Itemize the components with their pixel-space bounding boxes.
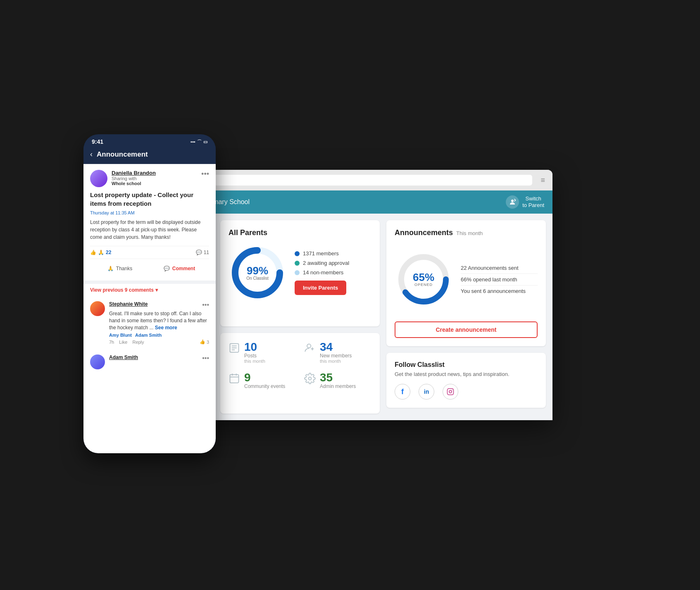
instagram-icon[interactable] — [443, 384, 458, 400]
announcements-percent: 65% — [413, 272, 434, 283]
post-more-button[interactable]: ••• — [201, 170, 209, 178]
stat-awaiting: 2 awaiting approval — [295, 260, 371, 266]
phone-header-title: Announcement — [97, 150, 148, 159]
right-column: Announcements This month 65% — [386, 220, 546, 414]
post-sharing: Sharing with — [112, 176, 197, 181]
comment-bubble-icon: 💬 — [196, 250, 202, 255]
phone-time: 9:41 — [92, 138, 103, 145]
comment-body: Stephanie White ••• Great. I'll make sur… — [109, 301, 209, 345]
announcements-card: Announcements This month 65% — [386, 220, 546, 346]
thumbs-up-icon: 👍 — [200, 339, 205, 345]
next-commenter: Adam Smith ••• — [83, 350, 216, 374]
stat-new-members-info: 34 New members this month — [320, 341, 352, 364]
ann-stat-1: 22 Announcements sent — [461, 262, 538, 274]
chevron-down-icon: ▾ — [155, 287, 158, 293]
new-members-number: 34 — [320, 341, 352, 353]
post-sharing-who: Whole school — [112, 181, 197, 186]
post-body: Lost property for the term will be displ… — [90, 219, 209, 241]
svg-point-0 — [511, 200, 514, 202]
comment-button[interactable]: 💬 Comment — [150, 262, 209, 275]
browser-menu-icon[interactable]: ≡ — [540, 176, 546, 185]
create-announcement-button[interactable]: Create announcement — [395, 321, 538, 338]
post-actions: 🙏 Thanks 💬 Comment — [90, 262, 209, 275]
svg-rect-15 — [230, 374, 239, 383]
comment-username[interactable]: Stephanie White — [109, 301, 148, 307]
view-comments-label: View previous 9 comments — [90, 287, 154, 293]
parents-on-classlist: On Classlist — [246, 276, 268, 281]
phone-header: ‹ Announcement — [83, 147, 216, 164]
next-commenter-avatar — [90, 354, 105, 369]
ann-stat-3: You sent 6 announcements — [461, 285, 538, 297]
thumbs-up-emoji: 👍 — [90, 250, 96, 255]
posts-label: Posts — [244, 353, 265, 359]
announcements-content: 65% OPENED 22 Announcements sent 66% ope… — [395, 250, 538, 308]
parents-percent: 99% — [246, 265, 268, 276]
follow-classlist-desc: Get the latest product news, tips and in… — [395, 371, 538, 377]
community-events-icon — [229, 373, 240, 387]
phone-status-icons: ▪▪▪ ⌒ ▭ — [190, 139, 207, 145]
phone-back-button[interactable]: ‹ — [90, 150, 93, 159]
switch-to-parent-button[interactable]: Switchto Parent — [506, 195, 544, 209]
invite-parents-button[interactable]: Invite Parents — [295, 281, 346, 295]
see-more-link[interactable]: See more — [155, 325, 177, 331]
follow-classlist-title: Follow Classlist — [395, 361, 538, 369]
comment-more-button[interactable]: ••• — [202, 301, 209, 309]
view-comments-row: View previous 9 comments ▾ — [83, 284, 216, 296]
admin-members-icon — [304, 373, 316, 387]
announcements-stats: 22 Announcements sent 66% opened last mo… — [461, 262, 538, 297]
phone-statusbar: 9:41 ▪▪▪ ⌒ ▭ — [83, 134, 216, 147]
view-previous-comments-button[interactable]: View previous 9 comments ▾ — [90, 284, 209, 296]
all-parents-card: All Parents 99% On Classlist — [220, 220, 380, 326]
comment-icon: 💬 — [164, 266, 170, 271]
all-parents-title: All Parents — [229, 228, 371, 237]
tag-adam[interactable]: Adam Smith — [135, 333, 162, 338]
non-members-dot — [295, 270, 300, 275]
post-user-info: Daniella Brandon Sharing with Whole scho… — [112, 170, 197, 186]
post-title: Lost property update - Collect your item… — [90, 190, 209, 208]
announcements-header: Announcements This month — [395, 228, 538, 244]
post-username[interactable]: Daniella Brandon — [112, 170, 197, 176]
follow-classlist-card: Follow Classlist Get the latest product … — [386, 353, 546, 408]
svg-point-19 — [309, 377, 312, 380]
tag-amy[interactable]: Amy Blunt — [109, 333, 132, 338]
wifi-icon: ⌒ — [197, 139, 202, 145]
reaction-group[interactable]: 👍 🙏 22 — [90, 250, 111, 255]
post-avatar — [90, 170, 107, 187]
like-button[interactable]: Like — [119, 340, 127, 345]
switch-icon — [506, 195, 519, 209]
comment-likes: 👍 3 — [200, 339, 209, 345]
svg-point-6 — [449, 390, 452, 393]
svg-point-12 — [307, 344, 311, 347]
facebook-icon[interactable]: f — [395, 384, 410, 400]
comment-meta: 7h Like Reply 👍 3 — [109, 339, 209, 345]
stat-non-members: 14 non-members — [295, 269, 371, 276]
parents-content: 99% On Classlist 1371 members 2 awaiting… — [229, 244, 371, 302]
social-icons-row: f in — [395, 384, 538, 400]
linkedin-icon[interactable]: in — [419, 384, 434, 400]
school-name: Yelbridge Primary School — [176, 198, 506, 206]
next-commenter-more[interactable]: ••• — [202, 354, 209, 362]
phone-overlay: 9:41 ▪▪▪ ⌒ ▭ ‹ Announcement Daniella Bra… — [83, 134, 216, 453]
comment-count: 💬 11 — [196, 250, 209, 255]
admin-number: 35 — [320, 372, 356, 383]
phone-content: Daniella Brandon Sharing with Whole scho… — [83, 164, 216, 453]
posts-number: 10 — [244, 341, 265, 353]
post-timestamp: Thursday at 11:35 AM — [90, 210, 209, 215]
parents-stats: 1371 members 2 awaiting approval 14 non-… — [295, 250, 371, 295]
comment-label: Comment — [172, 266, 195, 271]
new-members-icon — [304, 342, 316, 356]
awaiting-dot — [295, 261, 300, 266]
announcement-post: Daniella Brandon Sharing with Whole scho… — [83, 164, 216, 284]
stat-admin-info: 35 Admin members — [320, 372, 356, 389]
post-header: Daniella Brandon Sharing with Whole scho… — [90, 170, 209, 187]
comment-text: Great. I'll make sure to stop off. Can I… — [109, 310, 209, 331]
signal-icon: ▪▪▪ — [190, 139, 195, 144]
address-bar[interactable] — [187, 175, 532, 186]
comment-time: 7h — [109, 340, 114, 345]
reply-button[interactable]: Reply — [132, 340, 144, 345]
thanks-button[interactable]: 🙏 Thanks — [90, 262, 150, 275]
comment-tags: Amy Blunt Adam Smith — [109, 333, 209, 338]
next-commenter-name[interactable]: Adam Smith — [109, 354, 138, 362]
post-reactions: 👍 🙏 22 💬 11 — [90, 246, 209, 259]
comment-avatar — [90, 301, 105, 316]
